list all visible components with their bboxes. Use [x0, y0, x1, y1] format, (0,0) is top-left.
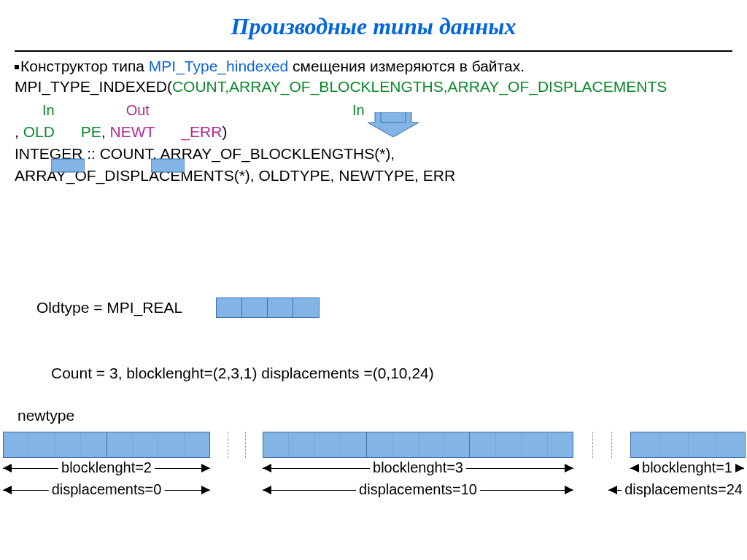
- line-3: INTEGER :: COUNT, ARRAY_OF_BLOCKLENGTHS(…: [15, 144, 732, 164]
- dim-bl0: blocklenght=2: [3, 461, 210, 477]
- dim-label: displacements=24: [622, 481, 746, 498]
- arg-oldtype-b: PE: [81, 123, 101, 140]
- block-2: [630, 432, 746, 458]
- arg-newtype-a: NEWT: [110, 123, 155, 140]
- newtype-label: newtype: [18, 407, 74, 424]
- dim-label: blocklenght=3: [370, 459, 466, 476]
- block-0: [3, 432, 210, 458]
- dashed-sep-icon: [592, 432, 593, 458]
- mpi-func-name: MPI_Type_hindexed: [149, 58, 288, 74]
- dim-d0: displacements=0: [3, 483, 210, 499]
- dim-bl1: blocklenght=3: [263, 461, 573, 477]
- dim-d2: displacements=24: [608, 483, 746, 499]
- block-1: [263, 432, 573, 458]
- arrow-marker-icon: [51, 158, 85, 177]
- text: ): [222, 123, 227, 140]
- dim-d1: displacements=10: [263, 483, 573, 499]
- dim-label: displacements=10: [356, 481, 480, 498]
- arrow-down-icon: [368, 112, 419, 141]
- line-1: Конструктор типа MPI_Type_hindexed смеще…: [15, 56, 732, 77]
- oldtype-label: Oldtype = MPI_REAL: [36, 299, 182, 316]
- dashed-sep-icon: [228, 432, 228, 458]
- text: смещения измеряются в байтах.: [288, 58, 525, 74]
- svg-rect-1: [381, 112, 406, 122]
- annot-in: In: [42, 101, 55, 120]
- args: COUNT,ARRAY_OF_BLOCKLENGTHS,ARRAY_OF_DIS…: [172, 78, 667, 95]
- text: MPI_TYPE_INDEXED(: [15, 78, 172, 95]
- bullet-icon: [15, 65, 19, 69]
- dashed-sep-icon: [611, 432, 612, 458]
- text: ,: [15, 123, 23, 140]
- text: Конструктор типа: [20, 58, 149, 74]
- dim-bl2: blocklenght=1: [630, 461, 744, 477]
- arg-oldtype-a: OLD: [23, 123, 55, 140]
- arrow-marker-icon: [151, 158, 185, 177]
- dim-label: displacements=0: [49, 481, 165, 498]
- svg-rect-3: [151, 159, 185, 172]
- dim-label: blocklenght=1: [639, 459, 735, 476]
- newtype-strip: [3, 432, 744, 458]
- signature-line: MPI_TYPE_INDEXED(COUNT,ARRAY_OF_BLOCKLEN…: [15, 77, 732, 97]
- oldtype-row: Oldtype = MPI_REAL: [36, 298, 320, 318]
- dim-label: blocklenght=2: [58, 459, 155, 476]
- arg-newtype-b: _ERR: [181, 123, 222, 140]
- text: ,: [101, 123, 110, 140]
- oldtype-cells: [216, 298, 320, 318]
- dashed-sep-icon: [245, 432, 246, 458]
- annot-in2: In: [352, 101, 365, 120]
- annot-out: Out: [126, 101, 150, 120]
- page-title: Производные типы данных: [0, 0, 747, 40]
- params-label: Count = 3, blocklenght=(2,3,1) displacem…: [51, 365, 434, 382]
- svg-rect-2: [51, 159, 85, 172]
- line-4: ARRAY_OF_DISPLACEMENTS(*), OLDTYPE, NEWT…: [15, 166, 732, 186]
